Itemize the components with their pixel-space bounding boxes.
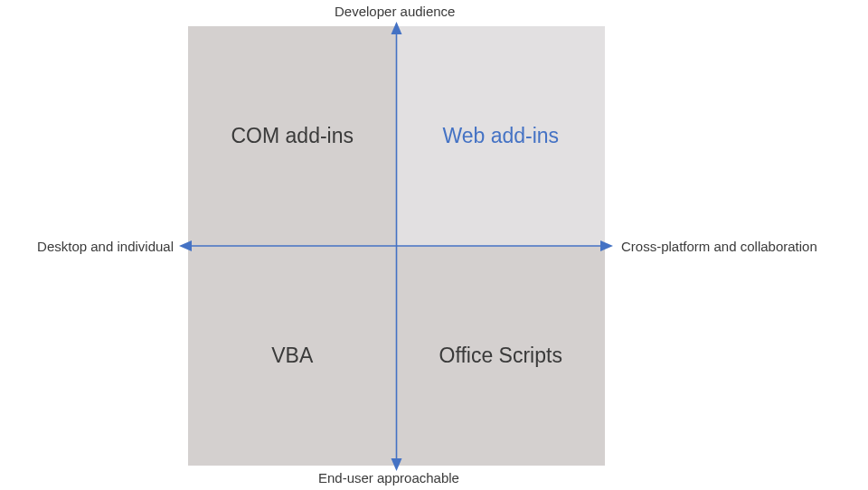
axis-label-left: Desktop and individual (37, 239, 174, 254)
quadrant-label: Web add-ins (442, 124, 559, 148)
quadrant-label: Office Scripts (439, 344, 562, 368)
quadrant-label: COM add-ins (231, 124, 354, 148)
quadrant-label: VBA (271, 344, 313, 368)
quadrant-box: COM add-ins Web add-ins VBA Office Scrip… (188, 26, 605, 466)
quadrant-top-left: COM add-ins (188, 26, 397, 246)
axis-label-top: Developer audience (335, 4, 455, 19)
axis-label-bottom: End-user approachable (318, 470, 459, 485)
quadrant-bottom-left: VBA (188, 246, 397, 466)
quadrant-diagram: COM add-ins Web add-ins VBA Office Scrip… (0, 0, 868, 490)
axis-label-right: Cross-platform and collaboration (621, 239, 817, 254)
quadrant-top-right: Web add-ins (397, 26, 606, 246)
quadrant-bottom-right: Office Scripts (397, 246, 606, 466)
